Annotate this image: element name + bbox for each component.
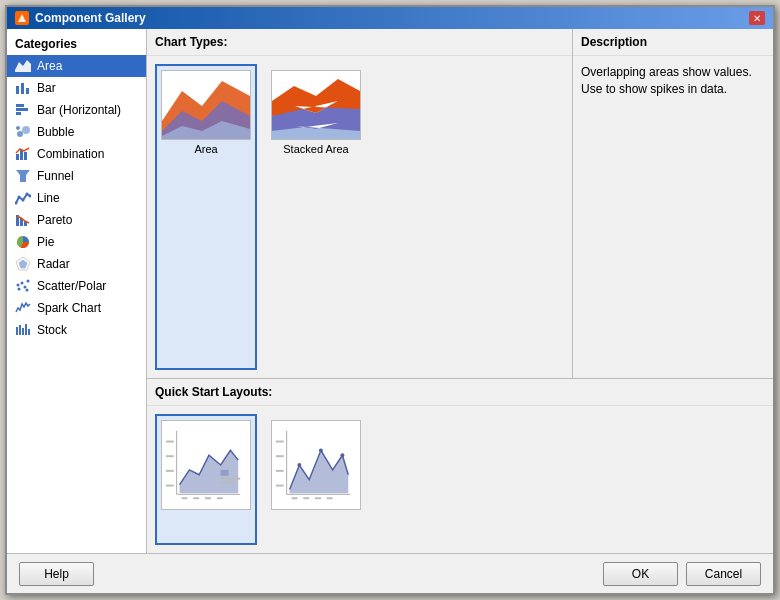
pie-icon: [15, 234, 31, 250]
stacked-area-preview: [271, 70, 361, 140]
chart-types-grid: Area: [147, 56, 572, 378]
svg-rect-64: [303, 497, 309, 499]
svg-rect-68: [276, 455, 284, 457]
svg-rect-11: [16, 154, 19, 160]
bar-label: Bar: [37, 81, 56, 95]
svg-point-29: [27, 280, 30, 283]
bar-icon: [15, 80, 31, 96]
scatter-polar-label: Scatter/Polar: [37, 279, 106, 293]
sidebar-item-area[interactable]: Area: [7, 55, 146, 77]
quick-start-header: Quick Start Layouts:: [147, 379, 773, 406]
svg-rect-2: [16, 86, 19, 94]
svg-rect-67: [276, 441, 284, 443]
bar-horizontal-icon: [15, 102, 31, 118]
svg-rect-49: [193, 497, 199, 499]
cancel-button[interactable]: Cancel: [686, 562, 761, 586]
line-label: Line: [37, 191, 60, 205]
spark-chart-label: Spark Chart: [37, 301, 101, 315]
chart-type-area[interactable]: Area: [155, 64, 257, 370]
svg-marker-0: [18, 14, 26, 22]
sidebar-item-combination[interactable]: Combination: [7, 143, 146, 165]
footer: Help OK Cancel: [7, 553, 773, 593]
sidebar-item-bubble[interactable]: Bubble: [7, 121, 146, 143]
svg-rect-7: [16, 112, 21, 115]
sidebar-item-stock[interactable]: Stock: [7, 319, 146, 341]
radar-label: Radar: [37, 257, 70, 271]
area-chart-label: Area: [194, 143, 217, 155]
svg-rect-65: [315, 497, 321, 499]
svg-rect-69: [276, 470, 284, 472]
svg-rect-48: [182, 497, 188, 499]
sidebar-item-bar[interactable]: Bar: [7, 77, 146, 99]
svg-marker-14: [16, 170, 30, 182]
quick-start-item-1[interactable]: [155, 414, 257, 545]
svg-rect-3: [21, 83, 24, 94]
sidebar-item-line[interactable]: Line: [7, 187, 146, 209]
component-gallery-dialog: Component Gallery ✕ Categories Area: [5, 5, 775, 595]
svg-rect-53: [166, 455, 174, 457]
sidebar-item-bar-horizontal[interactable]: Bar (Horizontal): [7, 99, 146, 121]
chart-types-header: Chart Types:: [147, 29, 572, 56]
svg-rect-36: [28, 329, 30, 335]
close-button[interactable]: ✕: [749, 11, 765, 25]
svg-point-8: [17, 131, 23, 137]
quick-start-grid: [147, 406, 773, 553]
svg-point-10: [16, 126, 20, 130]
svg-point-18: [26, 193, 29, 196]
svg-rect-5: [16, 104, 24, 107]
quick-start-preview-2: [271, 420, 361, 510]
svg-rect-33: [19, 325, 21, 335]
sidebar-item-radar[interactable]: Radar: [7, 253, 146, 275]
quick-start-preview-1: [161, 420, 251, 510]
description-header: Description: [573, 29, 773, 56]
svg-rect-34: [22, 328, 24, 335]
svg-rect-54: [166, 470, 174, 472]
svg-rect-58: [221, 478, 241, 480]
stacked-area-label: Stacked Area: [283, 143, 348, 155]
ok-button[interactable]: OK: [603, 562, 678, 586]
description-panel: Description Overlapping areas show value…: [573, 29, 773, 378]
svg-point-72: [297, 463, 301, 467]
svg-point-30: [17, 284, 20, 287]
svg-point-16: [18, 196, 21, 199]
dialog-body: Categories Area: [7, 29, 773, 593]
sidebar-item-pareto[interactable]: Pareto: [7, 209, 146, 231]
quick-start-item-2[interactable]: [265, 414, 367, 545]
svg-marker-25: [19, 260, 27, 268]
area-icon: [15, 58, 31, 74]
svg-rect-55: [166, 485, 174, 487]
top-content: Chart Types:: [147, 29, 773, 378]
svg-rect-50: [205, 497, 211, 499]
svg-rect-66: [327, 497, 333, 499]
svg-marker-1: [15, 60, 31, 72]
pareto-label: Pareto: [37, 213, 72, 227]
sidebar-item-funnel[interactable]: Funnel: [7, 165, 146, 187]
footer-right: OK Cancel: [603, 562, 761, 586]
title-bar: Component Gallery ✕: [7, 7, 773, 29]
scatter-polar-icon: [15, 278, 31, 294]
svg-point-9: [22, 126, 30, 134]
sidebar-item-pie[interactable]: Pie: [7, 231, 146, 253]
content-area: Chart Types:: [147, 29, 773, 553]
svg-rect-32: [16, 327, 18, 335]
help-button[interactable]: Help: [19, 562, 94, 586]
svg-rect-57: [221, 470, 229, 476]
svg-point-17: [22, 199, 25, 202]
bar-horizontal-label: Bar (Horizontal): [37, 103, 121, 117]
svg-point-28: [24, 286, 27, 289]
funnel-icon: [15, 168, 31, 184]
dialog-title: Component Gallery: [35, 11, 146, 25]
bubble-label: Bubble: [37, 125, 74, 139]
svg-rect-6: [16, 108, 28, 111]
line-icon: [15, 190, 31, 206]
chart-type-stacked-area[interactable]: Stacked Area: [265, 64, 367, 370]
svg-rect-52: [166, 441, 174, 443]
sidebar-item-scatter-polar[interactable]: Scatter/Polar: [7, 275, 146, 297]
spark-chart-icon: [15, 300, 31, 316]
title-bar-left: Component Gallery: [15, 11, 146, 25]
sidebar-item-spark-chart[interactable]: Spark Chart: [7, 297, 146, 319]
svg-rect-4: [26, 88, 29, 94]
dialog-icon: [15, 11, 29, 25]
stock-label: Stock: [37, 323, 67, 337]
combination-label: Combination: [37, 147, 104, 161]
